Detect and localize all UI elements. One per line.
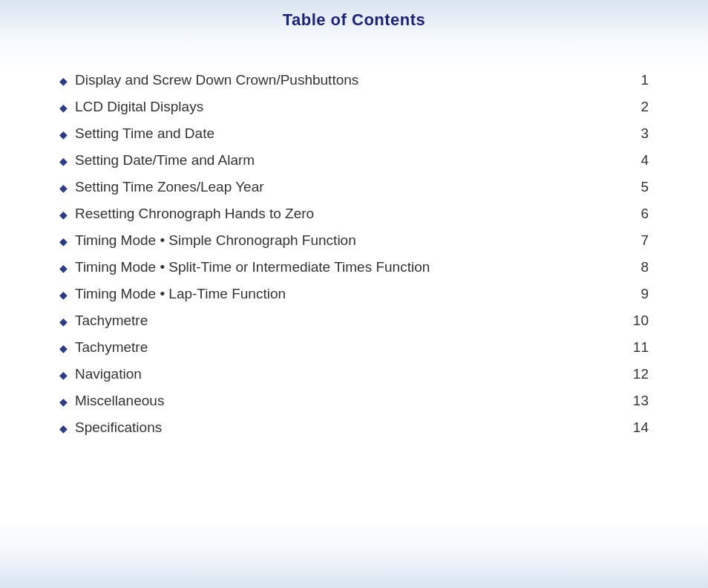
toc-page-number: 8 — [626, 259, 649, 275]
toc-row: ◆ Specifications 14 — [59, 414, 649, 441]
toc-row: ◆ Setting Time and Date 3 — [59, 120, 649, 147]
toc-label: Timing Mode • Lap-Time Function — [75, 286, 286, 302]
header: Table of Contents — [0, 0, 708, 37]
diamond-icon: ◆ — [59, 128, 68, 140]
toc-label: Setting Time Zones/Leap Year — [75, 179, 264, 195]
toc-row: ◆ Setting Date/Time and Alarm 4 — [59, 147, 649, 174]
toc-page-number: 6 — [626, 206, 649, 222]
toc-item-left: ◆ Display and Screw Down Crown/Pushbutto… — [59, 72, 626, 88]
toc-page-number: 13 — [626, 393, 649, 409]
toc-content: ◆ Display and Screw Down Crown/Pushbutto… — [0, 37, 708, 471]
toc-item-left: ◆ Miscellaneous — [59, 393, 626, 409]
toc-item-left: ◆ Resetting Chronograph Hands to Zero — [59, 206, 626, 222]
toc-list: ◆ Display and Screw Down Crown/Pushbutto… — [59, 67, 649, 441]
diamond-icon: ◆ — [59, 289, 68, 301]
page-container: Table of Contents ◆ Display and Screw Do… — [0, 0, 708, 588]
toc-item-left: ◆ Setting Time and Date — [59, 125, 626, 142]
diamond-icon: ◆ — [59, 342, 68, 354]
toc-row: ◆ Tachymetre 11 — [59, 334, 649, 361]
toc-page-number: 2 — [626, 99, 649, 115]
toc-page-number: 3 — [626, 125, 649, 142]
diamond-icon: ◆ — [59, 369, 68, 381]
toc-label: Navigation — [75, 366, 142, 382]
toc-label: Timing Mode • Simple Chronograph Functio… — [75, 232, 356, 249]
toc-row: ◆ Timing Mode • Simple Chronograph Funct… — [59, 227, 649, 254]
toc-item-left: ◆ Setting Time Zones/Leap Year — [59, 179, 626, 195]
toc-row: ◆ Tachymetre 10 — [59, 307, 649, 334]
diamond-icon: ◆ — [59, 155, 68, 167]
toc-label: LCD Digital Displays — [75, 99, 203, 115]
diamond-icon: ◆ — [59, 75, 68, 87]
diamond-icon: ◆ — [59, 182, 68, 194]
toc-label: Tachymetre — [75, 313, 148, 329]
toc-label: Setting Date/Time and Alarm — [75, 152, 255, 169]
toc-row: ◆ Miscellaneous 13 — [59, 388, 649, 414]
toc-row: ◆ Timing Mode • Split-Time or Intermedia… — [59, 254, 649, 281]
toc-item-left: ◆ Timing Mode • Simple Chronograph Funct… — [59, 232, 626, 249]
toc-page-number: 11 — [626, 339, 649, 356]
diamond-icon: ◆ — [59, 262, 68, 274]
toc-page-number: 5 — [626, 179, 649, 195]
diamond-icon: ◆ — [59, 235, 68, 247]
toc-label: Timing Mode • Split-Time or Intermediate… — [75, 259, 430, 275]
diamond-icon: ◆ — [59, 102, 68, 114]
toc-page-number: 10 — [626, 313, 649, 329]
toc-row: ◆ Timing Mode • Lap-Time Function 9 — [59, 281, 649, 307]
toc-item-left: ◆ Specifications — [59, 419, 626, 436]
toc-item-left: ◆ LCD Digital Displays — [59, 99, 626, 115]
toc-page-number: 1 — [626, 72, 649, 88]
toc-page-number: 9 — [626, 286, 649, 302]
toc-page-number: 7 — [626, 232, 649, 249]
toc-item-left: ◆ Timing Mode • Lap-Time Function — [59, 286, 626, 302]
toc-row: ◆ Display and Screw Down Crown/Pushbutto… — [59, 67, 649, 94]
toc-item-left: ◆ Navigation — [59, 366, 626, 382]
toc-label: Setting Time and Date — [75, 125, 214, 142]
toc-row: ◆ Navigation 12 — [59, 361, 649, 388]
page-title: Table of Contents — [283, 10, 426, 29]
toc-page-number: 4 — [626, 152, 649, 169]
toc-row: ◆ Resetting Chronograph Hands to Zero 6 — [59, 200, 649, 227]
toc-row: ◆ LCD Digital Displays 2 — [59, 94, 649, 120]
toc-label: Display and Screw Down Crown/Pushbuttons — [75, 72, 358, 88]
toc-item-left: ◆ Setting Date/Time and Alarm — [59, 152, 626, 169]
toc-row: ◆ Setting Time Zones/Leap Year 5 — [59, 174, 649, 200]
toc-page-number: 12 — [626, 366, 649, 382]
toc-label: Tachymetre — [75, 339, 148, 356]
diamond-icon: ◆ — [59, 422, 68, 434]
diamond-icon: ◆ — [59, 396, 68, 408]
toc-label: Specifications — [75, 419, 162, 436]
toc-item-left: ◆ Timing Mode • Split-Time or Intermedia… — [59, 259, 626, 275]
toc-item-left: ◆ Tachymetre — [59, 339, 626, 356]
diamond-icon: ◆ — [59, 209, 68, 220]
toc-item-left: ◆ Tachymetre — [59, 313, 626, 329]
toc-label: Miscellaneous — [75, 393, 164, 409]
toc-page-number: 14 — [626, 419, 649, 436]
diamond-icon: ◆ — [59, 316, 68, 327]
toc-label: Resetting Chronograph Hands to Zero — [75, 206, 314, 222]
footer-area — [0, 551, 708, 588]
